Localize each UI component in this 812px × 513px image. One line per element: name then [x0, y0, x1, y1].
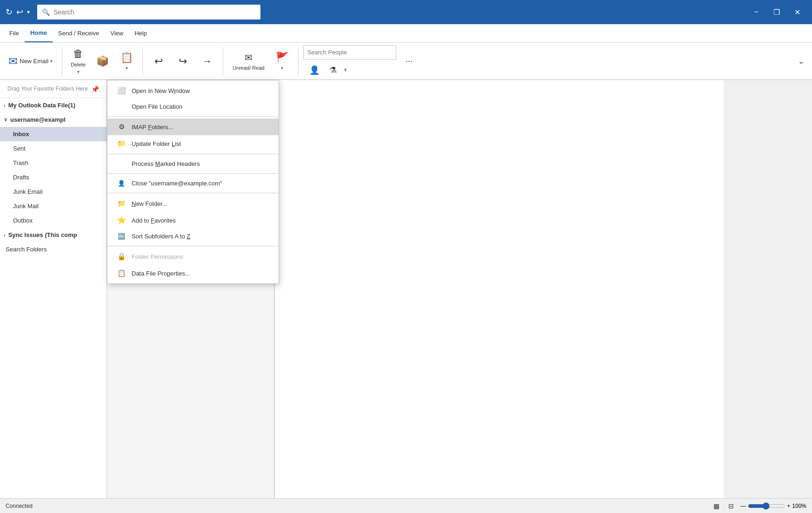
- ctx-imap-folders[interactable]: ⚙ IMAP Folders...: [107, 118, 279, 135]
- ctx-update-folder-label: Update Folder List: [132, 140, 181, 147]
- data-file-icon: 📋: [117, 269, 126, 277]
- context-menu: ⬜ Open in New Window Open File Location …: [107, 80, 279, 284]
- ctx-sep-3: [107, 173, 279, 174]
- ctx-sort-subfolders[interactable]: 🔤 Sort Subfolders A to Z: [107, 229, 279, 244]
- filter-button[interactable]: ⚗: [326, 63, 340, 78]
- undo-button[interactable]: ↩: [147, 46, 170, 77]
- ctx-new-folder[interactable]: 📁 New Folder...: [107, 195, 279, 212]
- chevron-right-icon-2: ›: [4, 232, 6, 238]
- sync-issues-label: Sync Issues (This comp: [8, 231, 77, 238]
- flag-icon: 🚩: [276, 52, 288, 64]
- ribbon-sep-3: [223, 47, 223, 75]
- ctx-open-new-window[interactable]: ⬜ Open in New Window: [107, 82, 279, 99]
- address-book-button[interactable]: 👤: [307, 63, 322, 78]
- sidebar-item-sent[interactable]: Sent: [0, 141, 106, 156]
- ctx-update-folder-list[interactable]: 📁 Update Folder List: [107, 135, 279, 152]
- flag-button[interactable]: 🚩 ▾: [271, 46, 293, 77]
- search-people-box[interactable]: [303, 45, 396, 60]
- undo-icon[interactable]: ↩: [16, 7, 23, 17]
- ctx-open-file-location-label: Open File Location: [132, 103, 182, 110]
- forward-icon: →: [202, 55, 212, 67]
- reading-view-button[interactable]: ⊟: [725, 500, 737, 512]
- ctx-imap-folders-label: IMAP Folders...: [132, 124, 173, 131]
- new-email-dropdown-icon[interactable]: ▾: [50, 59, 53, 64]
- ctx-folder-permissions-label: Folder Permissions: [132, 253, 183, 260]
- ctx-close-account[interactable]: 👤 Close "username@example.com": [107, 176, 279, 191]
- close-button[interactable]: ✕: [788, 4, 806, 20]
- ctx-add-favorites-label: Add to Favorites: [132, 217, 176, 224]
- move-icon: 📋: [120, 52, 133, 64]
- zoom-percent-label: 100%: [792, 503, 806, 509]
- ctx-open-file-location[interactable]: Open File Location: [107, 99, 279, 114]
- delete-dropdown-icon[interactable]: ▾: [77, 69, 80, 74]
- archive-button[interactable]: 📦: [91, 46, 113, 77]
- sidebar-item-outbox[interactable]: Outbox: [0, 213, 106, 228]
- ribbon-sep-2: [142, 47, 143, 75]
- search-people-input[interactable]: [307, 49, 392, 56]
- redo-button[interactable]: ↪: [172, 46, 194, 77]
- sidebar-favorites-area: 📌 Drag Your Favorite Folders Here: [0, 80, 106, 98]
- ctx-add-favorites[interactable]: ⭐ Add to Favorites: [107, 212, 279, 229]
- reading-panel: [274, 80, 724, 498]
- archive-icon: 📦: [96, 55, 109, 67]
- new-email-label: New Email: [20, 58, 48, 65]
- sidebar-item-trash[interactable]: Trash: [0, 156, 106, 170]
- sidebar-section-account[interactable]: ∨ username@exampl: [0, 112, 106, 127]
- dropdown-arrow-icon[interactable]: ▾: [27, 9, 30, 15]
- menu-help[interactable]: Help: [129, 24, 153, 42]
- close-account-icon: 👤: [117, 180, 126, 187]
- new-email-button[interactable]: ✉ New Email ▾: [4, 46, 57, 77]
- drafts-label: Drafts: [13, 174, 29, 181]
- inbox-label: Inbox: [13, 131, 29, 138]
- junk-mail-label: Junk Mail: [13, 203, 39, 210]
- zoom-slider[interactable]: [748, 502, 785, 510]
- zoom-plus-icon[interactable]: +: [787, 503, 790, 509]
- delete-button[interactable]: 🗑 Delete ▾: [67, 46, 89, 77]
- minimize-button[interactable]: −: [747, 4, 765, 20]
- ctx-process-headers[interactable]: Process Marked Headers: [107, 156, 279, 171]
- move-button[interactable]: 📋 ▾: [115, 46, 138, 77]
- ctx-close-account-label: Close "username@example.com": [132, 180, 222, 187]
- unread-read-button[interactable]: ✉ Unread/ Read: [228, 46, 269, 77]
- refresh-icon[interactable]: ↻: [6, 7, 13, 17]
- sidebar-section-sync-issues[interactable]: › Sync Issues (This comp: [0, 228, 106, 242]
- unread-read-icon: ✉: [245, 52, 253, 63]
- sidebar-item-junk-email[interactable]: Junk Email: [0, 184, 106, 199]
- restore-button[interactable]: ❐: [767, 4, 786, 20]
- sidebar-item-search-folders[interactable]: Search Folders: [0, 242, 106, 256]
- status-bar: Connected ▦ ⊟ — + 100%: [0, 498, 812, 513]
- normal-view-button[interactable]: ▦: [711, 500, 722, 512]
- ctx-sep-4: [107, 193, 279, 193]
- zoom-minus-icon[interactable]: —: [740, 503, 746, 509]
- sent-label: Sent: [13, 145, 26, 152]
- ctx-sort-subfolders-label: Sort Subfolders A to Z: [132, 233, 190, 240]
- flag-dropdown-icon[interactable]: ▾: [281, 66, 283, 71]
- ctx-folder-permissions: 🔒 Folder Permissions: [107, 248, 279, 265]
- menu-view[interactable]: View: [105, 24, 129, 42]
- sidebar-section-outlook-data[interactable]: › My Outlook Data File(1): [0, 98, 106, 112]
- ctx-process-headers-label: Process Marked Headers: [132, 160, 200, 167]
- ribbon-expand-button[interactable]: ⌄: [793, 54, 808, 69]
- menu-file[interactable]: File: [4, 24, 25, 42]
- forward-button[interactable]: →: [196, 46, 218, 77]
- context-menu-overlay: ⬜ Open in New Window Open File Location …: [107, 80, 279, 284]
- status-bar-right: ▦ ⊟ — + 100%: [711, 500, 806, 512]
- window-controls: − ❐ ✕: [747, 4, 806, 20]
- filter-dropdown-icon[interactable]: ▾: [344, 67, 347, 73]
- title-search-input[interactable]: [53, 8, 256, 16]
- move-dropdown-icon[interactable]: ▾: [126, 66, 128, 71]
- folder-permissions-icon: 🔒: [117, 252, 126, 261]
- menu-home[interactable]: Home: [25, 24, 53, 42]
- title-search-box[interactable]: 🔍: [37, 5, 260, 20]
- ctx-data-file-properties[interactable]: 📋 Data File Properties...: [107, 265, 279, 282]
- sidebar-item-drafts[interactable]: Drafts: [0, 170, 106, 184]
- search-folders-label: Search Folders: [6, 246, 47, 253]
- sidebar-item-inbox[interactable]: Inbox: [0, 127, 106, 141]
- ctx-new-folder-label: New Folder...: [132, 200, 167, 207]
- sidebar-item-junk-mail[interactable]: Junk Mail: [0, 199, 106, 213]
- zoom-control: — + 100%: [740, 502, 806, 510]
- outlook-data-label: My Outlook Data File(1): [8, 102, 75, 109]
- more-options-button[interactable]: ···: [402, 54, 417, 69]
- chevron-right-icon: ›: [4, 103, 6, 108]
- menu-send-receive[interactable]: Send / Receive: [53, 24, 105, 42]
